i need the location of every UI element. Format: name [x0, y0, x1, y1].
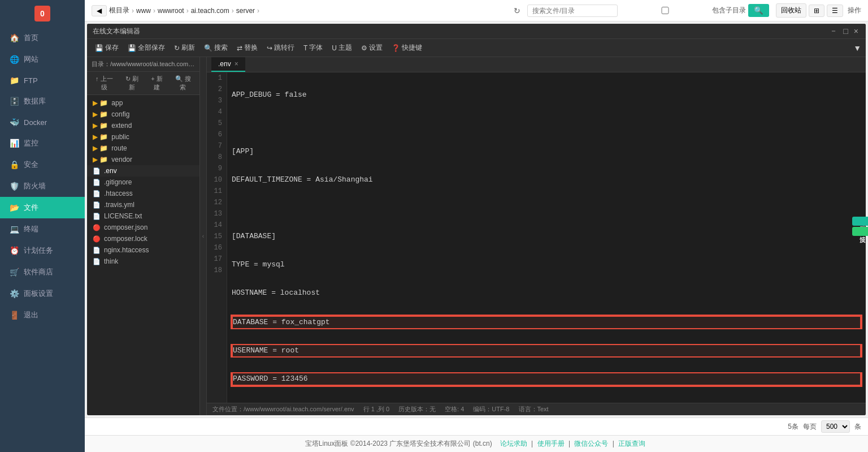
list-view-btn[interactable]: ☰ [827, 5, 843, 17]
sidebar-item-security[interactable]: 🔒 安全 [0, 154, 85, 175]
pagination-unit: 条 [854, 422, 861, 432]
folder-extend[interactable]: ▶ 📁 extend [87, 120, 199, 131]
grid-view-btn[interactable]: ⊞ [809, 5, 824, 17]
docker-icon: 🐳 [9, 118, 19, 127]
toolbar-replace[interactable]: ⇄ 替换 [233, 41, 261, 54]
status-encoding: 编码：UTF-8 [473, 405, 509, 414]
toolbar-chevron-btn[interactable]: ▼ [853, 44, 861, 53]
float-btn-service[interactable]: 客服 [852, 217, 868, 226]
ftp-icon: 📁 [9, 76, 19, 85]
sidebar-label-home: 首页 [24, 33, 38, 43]
code-line-4: DEFAULT_TIMEZONE = Asia/Shanghai [232, 174, 861, 186]
breadcrumb-refresh[interactable]: ↻ [514, 6, 520, 15]
file-browser-path: 目录：/www/wwwroot/ai.teach.com/se... [87, 57, 199, 72]
toolbar-goto[interactable]: ↪ 跳转行 [263, 41, 298, 54]
file-license[interactable]: 📄 LICENSE.txt [87, 210, 199, 222]
file-icon: 📄 [93, 247, 101, 254]
sidebar-item-firewall[interactable]: 🛡️ 防火墙 [0, 175, 85, 197]
sidebar-item-docker[interactable]: 🐳 Docker [0, 112, 85, 132]
back-button[interactable]: ◀ [92, 5, 107, 16]
folder-app[interactable]: ▶ 📁 app [87, 97, 199, 109]
fb-search-btn[interactable]: 🔍 搜索 [170, 74, 196, 93]
breadcrumb-domain[interactable]: ai.teach.com [191, 7, 229, 15]
tab-env[interactable]: .env × [211, 57, 245, 72]
file-htaccess[interactable]: 📄 .htaccess [87, 188, 199, 199]
file-gitignore[interactable]: 📄 .gitignore [87, 177, 199, 188]
file-think[interactable]: 📄 think [87, 256, 199, 267]
folder-public[interactable]: ▶ 📁 public [87, 131, 199, 143]
fb-new-btn[interactable]: + 新建 [146, 74, 168, 93]
file-composer-json[interactable]: 🔴 composer.json [87, 222, 199, 233]
goto-icon: ↪ [267, 44, 272, 52]
yaml-icon: 📄 [93, 201, 101, 209]
appstore-icon: 🛒 [9, 268, 19, 277]
footer-link-wechat[interactable]: 微信公众号 [574, 440, 608, 447]
sidebar-item-files[interactable]: 📂 文件 [0, 197, 85, 218]
sidebar-item-logout[interactable]: 🚪 退出 [0, 304, 85, 326]
folder-icon: ▶ 📁 [93, 122, 108, 130]
toolbar-save[interactable]: 💾 保存 [92, 41, 122, 54]
footer-link-verify[interactable]: 正版查询 [618, 440, 645, 447]
search-input[interactable] [527, 5, 618, 17]
code-line-3: [APP] [232, 146, 861, 157]
line-numbers: 1 2 3 4 5 6 7 8 9 10 11 12 13 [207, 72, 227, 403]
toolbar-theme[interactable]: U 主题 [328, 41, 355, 54]
include-subdir-checkbox[interactable] [620, 7, 710, 14]
status-spaces: 空格: 4 [445, 405, 464, 414]
fb-refresh-btn[interactable]: ↻ 刷新 [120, 74, 144, 93]
pagination-per-page-select[interactable]: 500 [821, 420, 850, 433]
toolbar-settings[interactable]: ⚙ 设置 [358, 41, 386, 54]
security-icon: 🔒 [9, 160, 19, 169]
sidebar-label-ftp: FTP [24, 76, 38, 85]
restore-button[interactable]: □ [841, 27, 849, 36]
file-nginx-htaccess[interactable]: 📄 nginx.htaccess [87, 244, 199, 256]
sidebar-item-home[interactable]: 🏠 首页 [0, 27, 85, 49]
folder-vendor[interactable]: ▶ 📁 vendor [87, 154, 199, 165]
sidebar-item-terminal[interactable]: 💻 终端 [0, 218, 85, 240]
float-btn-feedback[interactable]: 反馈 [852, 227, 868, 236]
toolbar-search[interactable]: 🔍 搜索 [201, 41, 231, 54]
pagination-count: 5条 [788, 422, 798, 432]
folder-icon: ▶ 📁 [93, 144, 108, 152]
breadcrumb-www[interactable]: www [136, 7, 151, 15]
save-all-icon: 💾 [128, 44, 136, 52]
file-travis[interactable]: 📄 .travis.yml [87, 199, 199, 210]
breadcrumb-root[interactable]: 根目录 [109, 6, 129, 15]
code-lines: APP_DEBUG = false [APP] DEFAULT_TIMEZONE… [227, 72, 866, 403]
sidebar-item-cron[interactable]: ⏰ 计划任务 [0, 240, 85, 261]
sidebar-item-monitor[interactable]: 📊 监控 [0, 132, 85, 154]
breadcrumb-server[interactable]: server [236, 7, 255, 15]
toolbar-save-all[interactable]: 💾 全部保存 [124, 41, 168, 54]
footer-link-forum[interactable]: 论坛求助 [500, 440, 527, 447]
sidebar-item-database[interactable]: 🗄️ 数据库 [0, 91, 85, 112]
file-env[interactable]: 📄 .env [87, 165, 199, 177]
tab-close-env[interactable]: × [235, 60, 238, 68]
editor-title: 在线文本编辑器 [93, 27, 140, 36]
collapse-handle[interactable]: ‹ [200, 57, 207, 415]
search-go-button[interactable]: 🔍 [748, 4, 769, 17]
toolbar-refresh[interactable]: ↻ 刷新 [171, 41, 198, 54]
sidebar-item-website[interactable]: 🌐 网站 [0, 49, 85, 70]
sidebar-item-appstore[interactable]: 🛒 软件商店 [0, 261, 85, 283]
file-browser: 目录：/www/wwwroot/ai.teach.com/se... ↑ 上一级… [87, 57, 200, 415]
sidebar-logo: 0 [34, 6, 50, 21]
minimize-button[interactable]: － [828, 26, 839, 36]
sidebar-item-ftp[interactable]: 📁 FTP [0, 70, 85, 91]
file-composer-lock[interactable]: 🔴 composer.lock [87, 233, 199, 244]
folder-config[interactable]: ▶ 📁 config [87, 109, 199, 120]
sidebar-item-settings[interactable]: ⚙️ 面板设置 [0, 283, 85, 304]
sidebar-label-logout: 退出 [24, 310, 38, 320]
folder-route[interactable]: ▶ 📁 route [87, 143, 199, 154]
file-icon: 📄 [93, 190, 101, 197]
toolbar-font[interactable]: T 字体 [300, 41, 326, 54]
code-editor[interactable]: 1 2 3 4 5 6 7 8 9 10 11 12 13 [207, 72, 866, 403]
sidebar-label-website: 网站 [24, 54, 38, 64]
breadcrumb-wwwroot[interactable]: wwwroot [158, 7, 184, 15]
toolbar-shortcuts[interactable]: ❓ 快捷键 [388, 41, 426, 54]
sidebar-label-cron: 计划任务 [24, 246, 53, 256]
fb-up-btn[interactable]: ↑ 上一级 [90, 74, 118, 93]
code-line-5 [232, 203, 861, 214]
footer-link-manual[interactable]: 使用手册 [537, 440, 565, 447]
recycle-btn[interactable]: 回收站 [776, 3, 806, 18]
close-button[interactable]: × [852, 27, 860, 36]
